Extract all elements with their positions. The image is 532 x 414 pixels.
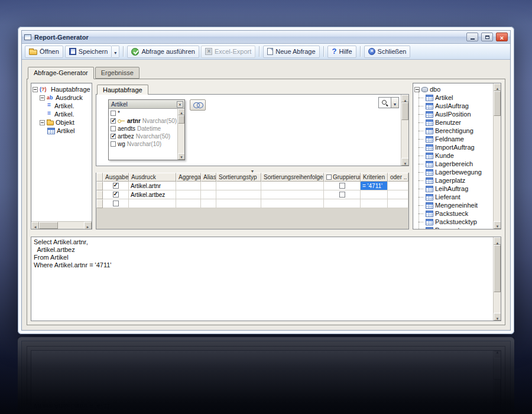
db-table-item[interactable]: Artikel	[414, 93, 492, 102]
scroll-left-button[interactable]	[31, 222, 39, 229]
field-row-aendts[interactable]: aendts Datetime	[109, 125, 177, 132]
tree-item-objekt-artikel[interactable]: Artikel	[33, 127, 91, 135]
field-checkbox[interactable]	[111, 111, 116, 116]
db-table-item[interactable]: ImportAuftrag	[414, 143, 492, 151]
designer-canvas[interactable]: Artikel *	[96, 94, 409, 166]
save-button[interactable]: Speichern	[65, 46, 112, 58]
gruppierung-checkbox[interactable]	[339, 192, 345, 198]
field-checkbox[interactable]	[111, 126, 116, 131]
scroll-thumb[interactable]	[39, 222, 58, 229]
db-table-item[interactable]: Berechtigung	[414, 127, 492, 135]
ausgabe-cell[interactable]	[103, 182, 129, 190]
field-row-wg[interactable]: wg Nvarchar(10)	[109, 140, 177, 148]
row-selector[interactable]	[96, 199, 103, 208]
kriterien-cell[interactable]	[361, 190, 388, 199]
oder-cell[interactable]	[388, 199, 408, 208]
ausgabe-checkbox[interactable]	[113, 183, 119, 189]
join-link-button[interactable]	[190, 99, 206, 111]
save-dropdown-button[interactable]	[112, 46, 119, 58]
kriterien-cell[interactable]: = '4711'	[361, 182, 388, 190]
sortierungstyp-cell[interactable]	[216, 190, 261, 199]
tab-ergebnisse[interactable]: Ergebnisse	[95, 67, 140, 79]
tree-item-dbo[interactable]: dbo	[414, 85, 492, 93]
ausgabe-cell[interactable]	[103, 190, 129, 199]
scroll-down-button[interactable]	[401, 158, 409, 166]
sortierungsreihenfolge-cell[interactable]	[261, 199, 324, 208]
titlebar[interactable]: Report-Generator	[22, 31, 510, 44]
ausdruck-cell[interactable]: Artikel.artnr	[129, 182, 176, 190]
tab-hauptabfrage[interactable]: Hauptabfrage	[97, 85, 148, 95]
db-table-item[interactable]: Mengeneinheit	[414, 201, 492, 209]
oder-cell[interactable]	[388, 182, 408, 190]
sql-editor[interactable]: Select Artikel.artnr, Artikel.artbez Fro…	[31, 237, 501, 321]
tree-item-artikel-artnr[interactable]: Artikel.	[33, 102, 91, 110]
open-button[interactable]: Öffnen	[25, 46, 63, 58]
oder-cell[interactable]	[388, 190, 408, 199]
table-card-close-button[interactable]	[177, 101, 183, 108]
db-table-item[interactable]: Feldname	[414, 135, 492, 143]
row-selector[interactable]	[96, 182, 103, 190]
ausdruck-cell[interactable]: Artikel.artbez	[129, 190, 176, 199]
db-table-item[interactable]: AuslAuftrag	[414, 102, 492, 110]
scroll-up-button[interactable]	[178, 109, 184, 115]
tree-item-hauptabfrage[interactable]: Hauptabfrage	[33, 85, 91, 93]
db-table-item[interactable]: Packstuecktyp	[414, 218, 492, 226]
field-row-star[interactable]: *	[109, 109, 177, 117]
db-table-item[interactable]: Parameter	[414, 226, 492, 229]
scroll-up-button[interactable]	[494, 83, 501, 91]
close-button[interactable]	[496, 33, 508, 41]
aggregat-cell[interactable]	[176, 199, 201, 208]
db-table-item[interactable]: Packstueck	[414, 209, 492, 218]
sortierungsreihenfolge-cell[interactable]	[261, 190, 324, 199]
gruppierung-checkbox[interactable]	[339, 183, 345, 189]
scroll-thumb[interactable]	[494, 91, 501, 116]
new-query-button[interactable]: Neue Abfrage	[263, 46, 319, 58]
db-table-item[interactable]: Benutzer	[414, 118, 492, 127]
expand-toggle[interactable]	[40, 120, 45, 125]
table-card-artikel[interactable]: Artikel *	[108, 99, 185, 160]
scroll-track[interactable]	[39, 222, 84, 229]
field-checkbox[interactable]	[111, 141, 116, 147]
db-table-item[interactable]: Kunde	[414, 151, 492, 160]
tab-abfrage-generator[interactable]: Abfrage-Generator	[28, 67, 94, 79]
scroll-up-button[interactable]	[401, 95, 409, 102]
field-row-artnr[interactable]: artnr Nvarchar(50)	[109, 117, 177, 125]
scroll-thumb[interactable]	[401, 102, 408, 120]
sortierungstyp-cell[interactable]	[216, 182, 261, 190]
row-selector[interactable]	[96, 190, 103, 199]
scroll-thumb[interactable]	[494, 245, 501, 292]
maximize-button[interactable]	[481, 33, 493, 41]
database-tree-scrollbar[interactable]	[493, 83, 501, 229]
scroll-down-button[interactable]	[494, 221, 501, 229]
db-table-item[interactable]: Lagerplatz	[414, 176, 492, 185]
expand-toggle[interactable]	[33, 87, 38, 92]
db-table-item[interactable]: Lieferant	[414, 193, 492, 201]
field-checkbox[interactable]	[111, 134, 116, 139]
help-button[interactable]: Hilfe	[327, 46, 356, 58]
tree-item-artikel-artbez[interactable]: Artikel.	[33, 110, 91, 118]
ausgabe-checkbox[interactable]	[113, 200, 119, 206]
close-app-button[interactable]: Schließen	[364, 46, 411, 58]
db-table-item[interactable]: LeihAuftrag	[414, 185, 492, 193]
field-row-artbez[interactable]: artbez Nvarchar(50)	[109, 132, 177, 140]
gruppierung-cell[interactable]	[324, 190, 361, 199]
scroll-track[interactable]	[401, 102, 408, 158]
gruppierung-header-checkbox[interactable]	[326, 174, 332, 180]
scroll-up-button[interactable]	[494, 237, 501, 245]
aggregat-cell[interactable]	[176, 190, 201, 199]
ausdruck-cell[interactable]	[129, 199, 176, 208]
ausgabe-checkbox[interactable]	[113, 192, 119, 198]
sortierungsreihenfolge-cell[interactable]	[261, 182, 324, 190]
alias-cell[interactable]	[201, 199, 216, 208]
excel-export-button[interactable]: Excel-Export	[201, 46, 255, 58]
card-scrollbar[interactable]	[177, 109, 184, 160]
sql-scrollbar[interactable]	[493, 237, 501, 321]
scroll-track[interactable]	[178, 115, 184, 153]
sortierungstyp-cell[interactable]	[216, 199, 261, 208]
gruppierung-cell[interactable]	[324, 182, 361, 190]
zoom-dropdown-button[interactable]	[391, 97, 399, 108]
scroll-track[interactable]	[494, 245, 501, 313]
tree-item-objekt[interactable]: Objekt	[33, 118, 91, 127]
expand-toggle[interactable]	[40, 95, 45, 101]
run-query-button[interactable]: Abfrage ausführen	[127, 46, 199, 58]
